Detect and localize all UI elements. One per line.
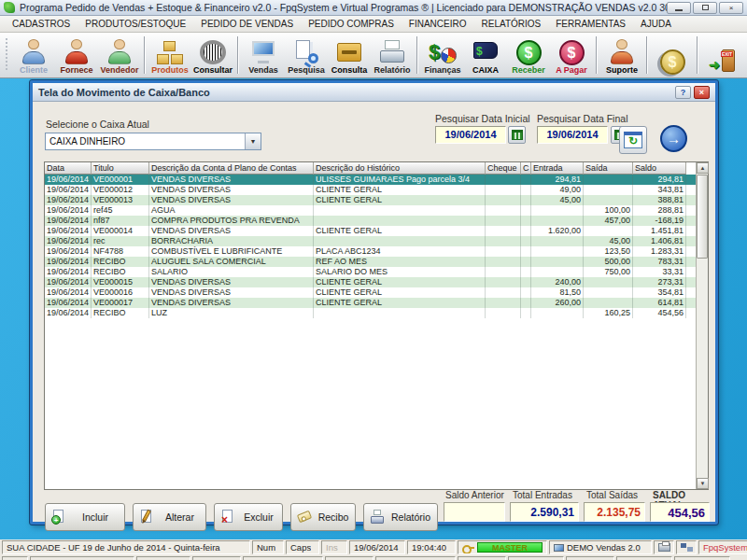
date-end-input[interactable]: 19/06/2014: [537, 126, 608, 144]
dialog-help-button[interactable]: ?: [675, 86, 691, 99]
alterar-button[interactable]: Alterar: [133, 503, 206, 531]
search-go-button[interactable]: →: [660, 125, 687, 152]
menu-item-financeiro[interactable]: FINANCEIRO: [402, 17, 473, 31]
close-button[interactable]: ×: [719, 2, 743, 14]
table-row[interactable]: 19/06/2014NF4788COMBUSTÍVEL E LUBRIFICAN…: [45, 246, 698, 257]
saldo-atual-value: 454,56: [650, 502, 710, 522]
column-header-saldo[interactable]: Saldo: [633, 162, 686, 175]
table-cell: 19/06/2014: [45, 277, 92, 287]
minimize-button[interactable]: [667, 2, 691, 14]
toolbar-button-a-pagar[interactable]: $A Pagar: [550, 35, 593, 76]
table-row[interactable]: 19/06/2014ref45AGUA100,00288,81: [45, 205, 698, 216]
column-header-titulo[interactable]: Titulo: [92, 162, 149, 175]
toolbar-separator: [646, 36, 648, 74]
toolbar-button-fornece[interactable]: Fornece: [55, 35, 98, 76]
table-cell: ref45: [92, 205, 149, 216]
table-cell: 260,00: [531, 298, 584, 308]
menu-item-ajuda[interactable]: AJUDA: [634, 17, 678, 31]
status-secondary-segment: [243, 556, 323, 560]
table-row[interactable]: 19/06/2014VE000001VENDAS DIVERSASULISSES…: [45, 175, 698, 185]
table-cell: [584, 185, 633, 195]
toolbar-button-produtos[interactable]: Produtos: [148, 35, 191, 76]
toolbar-button-pesquisa[interactable]: Pesquisa: [285, 35, 328, 76]
toolbar-button-vendas[interactable]: Vendas: [242, 35, 285, 76]
table-row[interactable]: 19/06/2014recBORRACHARIA45,001.406,81: [45, 236, 698, 246]
incluir-button[interactable]: +Incluir: [45, 503, 125, 531]
table-cell: 240,00: [531, 277, 584, 287]
column-header-c[interactable]: C: [521, 162, 531, 175]
toolbar-separator: [596, 36, 598, 74]
menu-item-pedido-de-vendas[interactable]: PEDIDO DE VENDAS: [194, 17, 300, 31]
table-row[interactable]: 19/06/2014RECIBOLUZ160,25454,56: [45, 308, 698, 318]
table-row[interactable]: 19/06/2014VE000012VENDAS DIVERSASCLIENTE…: [45, 185, 698, 195]
caixa-combobox[interactable]: CAIXA DINHEIRO ▼: [45, 133, 261, 150]
column-header-entrada[interactable]: Entrada: [531, 162, 584, 175]
toolbar-button-consulta[interactable]: Consulta: [328, 35, 371, 76]
toolbar-button-caixa[interactable]: $CAIXA: [464, 35, 507, 76]
toolbar-button-suporte[interactable]: Suporte: [600, 35, 643, 76]
menu-item-produtos-estoque[interactable]: PRODUTOS/ESTOQUE: [78, 17, 192, 31]
table-row[interactable]: 19/06/2014VE000013VENDAS DIVERSASCLIENTE…: [45, 195, 698, 205]
table-cell: [521, 216, 531, 226]
menu-item-relatorios[interactable]: RELATÓRIOS: [475, 17, 548, 31]
column-header-cheque[interactable]: Cheque: [486, 162, 521, 175]
column-header-saida[interactable]: Saída: [584, 162, 633, 175]
scroll-down-icon[interactable]: ▼: [697, 478, 709, 489]
toolbar-button-receber[interactable]: $Receber: [507, 35, 550, 76]
table-cell: [486, 205, 521, 216]
scroll-up-icon[interactable]: ▲: [697, 162, 709, 174]
table-cell: [314, 205, 486, 216]
table-row[interactable]: 19/06/2014nf87COMPRA PRODUTOS PRA REVEND…: [45, 216, 698, 226]
table-row[interactable]: 19/06/2014VE000016VENDAS DIVERSASCLIENTE…: [45, 287, 698, 298]
toolbar-button-financas[interactable]: $Finanças: [421, 35, 464, 76]
status-secondary-segment: [674, 556, 730, 560]
toolbar-button-label: Suporte: [606, 65, 638, 75]
toolbar-button-label: Consultar: [193, 65, 233, 75]
column-header-data[interactable]: Data: [45, 162, 92, 175]
excluir-button[interactable]: ×Excluir: [214, 503, 283, 531]
menu-item-ferramentas[interactable]: FERRAMENTAS: [549, 17, 632, 31]
table-row[interactable]: 19/06/2014VE000017VENDAS DIVERSASCLIENTE…: [45, 298, 698, 308]
coin-gold-icon: $: [660, 49, 685, 75]
toolbar-button-exit[interactable]: EXIT➜: [701, 35, 744, 76]
date-start-input[interactable]: 19/06/2014: [435, 126, 506, 144]
table-row[interactable]: 19/06/2014VE000015VENDAS DIVERSASCLIENTE…: [45, 277, 698, 287]
menu-item-cadastros[interactable]: CADASTROS: [6, 17, 77, 31]
column-header-descricao-da-conta-d-plano-de-contas[interactable]: Descrição da Conta d Plano de Contas: [149, 162, 314, 175]
table-row[interactable]: 19/06/2014VE000014VENDAS DIVERSASCLIENTE…: [45, 226, 698, 236]
table-cell: COMBUSTÍVEL E LUBRIFICANTE: [149, 246, 314, 257]
relatorio-button[interactable]: Relatório: [363, 503, 438, 531]
table-cell: 45,00: [584, 236, 633, 246]
recibo-button[interactable]: Recibo: [290, 503, 356, 531]
movements-table: DataTituloDescrição da Conta d Plano de …: [44, 161, 709, 490]
dialog-close-button[interactable]: ×: [694, 86, 710, 99]
total-entradas-value: 2.590,31: [510, 502, 579, 522]
table-cell: SALARIO DO MES: [314, 267, 486, 277]
toolbar-button-relatorio[interactable]: Relatório: [371, 35, 414, 76]
dialog-titlebar: Tela do Movimento de Caixa/Banco ? ×: [33, 83, 715, 102]
toolbar-button-vendedor[interactable]: Vendedor: [98, 35, 141, 76]
table-row[interactable]: 19/06/2014RECIBOSALARIOSALARIO DO MES750…: [45, 267, 698, 277]
toolbar-separator: [416, 36, 418, 74]
column-header-descricao-do-historico[interactable]: Descrição do Histórico: [314, 162, 486, 175]
chevron-down-icon[interactable]: ▼: [245, 133, 261, 149]
table-cell: 19/06/2014: [45, 185, 92, 195]
table-cell: 19/06/2014: [45, 257, 92, 267]
table-row[interactable]: 19/06/2014RECIBOALUGUEL SALA COMERCIALRE…: [45, 257, 698, 267]
scrollbar-thumb[interactable]: [697, 175, 708, 259]
table-cell: [521, 246, 531, 257]
coin-green-icon: $: [516, 40, 542, 65]
restore-button[interactable]: [693, 2, 717, 14]
menu-item-pedido-compras[interactable]: PEDIDO COMPRAS: [302, 17, 401, 31]
table-cell: VENDAS DIVERSAS: [149, 175, 314, 185]
table-cell: 81,50: [531, 287, 584, 298]
table-cell: CLIENTE GERAL: [314, 277, 486, 287]
refresh-button[interactable]: ↻: [619, 126, 647, 154]
toolbar-button-consultar[interactable]: Consultar: [191, 35, 234, 76]
drawer-icon: [335, 39, 363, 65]
toolbar-button-coin-gold[interactable]: $: [651, 35, 694, 76]
toolbar-button-cliente[interactable]: Cliente: [12, 35, 55, 76]
table-vertical-scrollbar[interactable]: ▲ ▼: [696, 162, 708, 489]
table-cell: [314, 216, 486, 226]
date-start-calendar-button[interactable]: [508, 126, 526, 144]
